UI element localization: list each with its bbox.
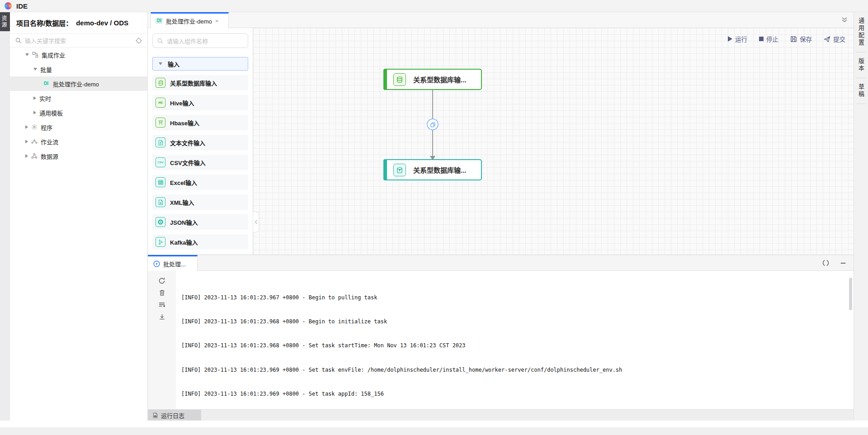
search-icon — [157, 38, 163, 44]
tab-title: 批处理作业-demo — [166, 17, 212, 25]
tree-item-label: 批处理作业-demo — [53, 80, 99, 88]
caret-down-icon[interactable] — [33, 68, 37, 71]
resource-explorer: 项目名称/数据层： demo-dev / ODS 输入关键字搜索 集成作业 批量… — [10, 12, 148, 421]
palette-item-hive-input[interactable]: Hi Hive输入 — [152, 95, 248, 110]
palette-item-xml-input[interactable]: XML输入 — [152, 194, 248, 210]
hive-icon: Hi — [156, 98, 165, 108]
tree-item-program[interactable]: 程序 — [10, 120, 147, 134]
tree-item-datasource[interactable]: 数据源 — [10, 149, 147, 163]
di-badge: DI — [156, 18, 163, 24]
save-icon — [790, 36, 797, 43]
tree-item-batch[interactable]: 批量 — [10, 62, 147, 76]
caret-right-icon[interactable] — [25, 125, 28, 129]
locate-icon[interactable] — [136, 38, 142, 44]
scroll-to-end-icon[interactable] — [158, 301, 165, 308]
tab-version[interactable]: 版本 — [857, 52, 865, 78]
xml-file-icon — [156, 197, 165, 207]
tree-item-realtime[interactable]: 实时 — [10, 91, 147, 105]
tree-item-workflow[interactable]: 作业流 — [10, 134, 147, 149]
database-input-icon — [393, 73, 406, 86]
log-line: [INFO] 2023-11-13 16:01:23.967 +0800 - B… — [181, 294, 854, 302]
tree-item-label: 数据源 — [41, 152, 58, 161]
tree-item-batch-job-demo[interactable]: DI 批处理作业-demo — [10, 76, 147, 91]
refresh-icon[interactable] — [158, 277, 165, 284]
kafka-icon — [156, 237, 165, 247]
node-source-database-input[interactable]: 关系型数据库输... — [383, 69, 482, 90]
loop-icon[interactable] — [822, 260, 829, 266]
left-rail: 资源 — [0, 12, 10, 421]
caret-right-icon[interactable] — [33, 96, 36, 100]
palette-item-kafka-input[interactable]: Kafka输入 — [152, 234, 248, 250]
explorer-search-input[interactable]: 输入关键字搜索 — [10, 34, 147, 47]
submit-button[interactable]: 提交 — [824, 34, 845, 43]
app-title: IDE — [16, 2, 28, 10]
node-accent-bar — [383, 159, 387, 180]
save-button[interactable]: 保存 — [790, 34, 812, 43]
download-icon[interactable] — [159, 313, 165, 320]
tab-batch-job-demo[interactable]: DI 批处理作业-demo × — [151, 12, 229, 28]
divider — [856, 104, 866, 104]
node-target-database-output[interactable]: 关系型数据库输... — [383, 159, 482, 180]
caret-down-icon[interactable] — [159, 62, 162, 65]
close-icon[interactable]: × — [215, 18, 219, 24]
di-badge: DI — [42, 80, 50, 87]
palette-item-csv-file-input[interactable]: CSV CSV文件输入 — [152, 155, 248, 170]
log-output[interactable]: [INFO] 2023-11-13 16:01:23.967 +0800 - B… — [176, 271, 854, 409]
tree-item-label: 实时 — [39, 94, 51, 103]
top-bar: IDE — [0, 0, 868, 12]
log-line: [INFO] 2023-11-13 16:01:23.968 +0800 - S… — [181, 342, 854, 350]
integration-icon — [32, 52, 38, 58]
log-line: [INFO] 2023-11-13 16:01:23.969 +0800 - S… — [181, 366, 854, 374]
trash-icon[interactable] — [159, 289, 165, 296]
run-button[interactable]: 运行 — [728, 34, 747, 43]
collapse-palette-handle[interactable] — [253, 212, 259, 232]
palette-item-text-file-input[interactable]: 文本文件输入 — [152, 135, 248, 150]
play-icon — [728, 36, 732, 42]
run-log-tab[interactable]: 运行日志 — [148, 410, 201, 421]
palette-search-placeholder: 请输入组件名称 — [167, 37, 208, 45]
tree-item-label: 通用模板 — [39, 109, 63, 117]
database-input-icon — [156, 78, 165, 88]
caret-right-icon[interactable] — [25, 140, 28, 143]
palette-group-input[interactable]: 输入 — [152, 57, 248, 71]
csv-file-icon: CSV — [156, 157, 165, 167]
palette-item-json-input[interactable]: JSON输入 — [152, 214, 248, 230]
stop-icon — [759, 37, 764, 41]
log-panel-header: 批处理... — [148, 255, 854, 271]
bottom-scroll-strip[interactable] — [0, 427, 868, 435]
log-scrollbar[interactable] — [849, 278, 852, 310]
palette-item-excel-input[interactable]: Excel输入 — [152, 175, 248, 190]
text-file-icon — [156, 137, 165, 147]
double-chevron-down-icon[interactable] — [841, 16, 848, 24]
flow-canvas[interactable]: 运行 停止 保存 提交 关系型数据库输... — [253, 28, 854, 255]
log-file-icon — [152, 412, 158, 418]
caret-right-icon[interactable] — [33, 111, 36, 114]
log-bottom-tabs: 运行日志 — [148, 409, 854, 421]
rail-tab-resources[interactable]: 资源 — [0, 12, 10, 31]
palette-item-hbase-input[interactable]: Hbase输入 — [152, 115, 248, 130]
project-header-value: demo-dev / ODS — [76, 19, 128, 27]
tree-item-label: 集成作业 — [42, 51, 65, 59]
tree-item-common-template[interactable]: 通用模板 — [10, 105, 147, 120]
caret-right-icon[interactable] — [25, 154, 28, 158]
palette-item-relational-db-input[interactable]: 关系型数据库输入 — [152, 75, 248, 90]
log-line: [INFO] 2023-11-13 16:01:23.968 +0800 - B… — [181, 318, 854, 326]
palette-search-input[interactable]: 请输入组件名称 — [152, 33, 248, 48]
log-panel: 批处理... [INFO] 2023- — [148, 255, 854, 421]
minimize-icon[interactable] — [840, 260, 846, 266]
gear-icon — [31, 124, 38, 130]
database-output-icon — [393, 164, 406, 176]
log-header-actions — [822, 255, 846, 271]
flow-icon — [31, 138, 38, 145]
app-logo-icon — [5, 2, 12, 9]
caret-down-icon[interactable] — [25, 53, 29, 56]
component-palette: 请输入组件名称 输入 关系型数据库输入 Hi Hive输入 Hbase输入 文本… — [148, 28, 253, 255]
edge-copy-badge[interactable] — [427, 118, 439, 130]
log-tab-batch-job[interactable]: 批处理... — [148, 255, 198, 271]
bottom-gap — [0, 421, 868, 427]
stop-button[interactable]: 停止 — [759, 34, 778, 43]
tab-draft[interactable]: 草稿 — [857, 78, 865, 104]
paper-plane-icon — [824, 36, 830, 43]
tree-item-integration-jobs[interactable]: 集成作业 — [10, 47, 147, 62]
tab-general-config[interactable]: 通用配置 — [857, 12, 865, 52]
